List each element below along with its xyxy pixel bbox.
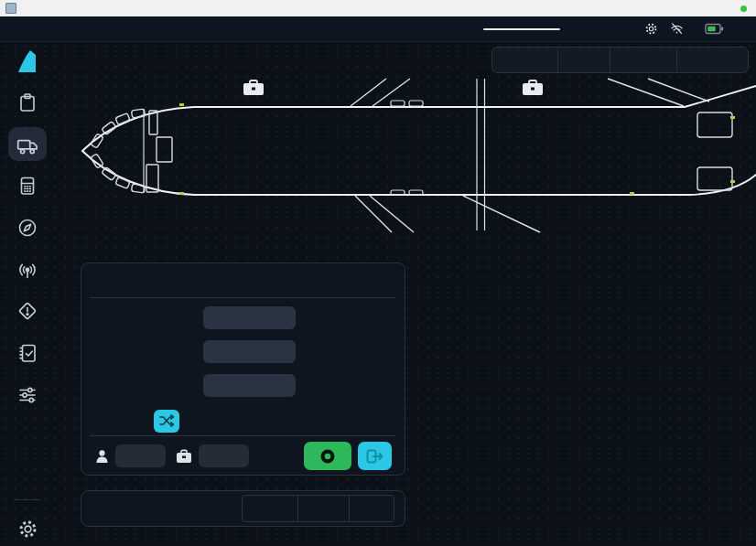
sliders-icon: [16, 384, 38, 406]
calculator-icon: [16, 175, 38, 197]
fwd-briefcase-icon: [243, 80, 264, 95]
swap-arrows-icon: [158, 414, 175, 427]
route-indicator: [475, 28, 568, 30]
boarding-option-real[interactable]: [349, 496, 394, 521]
aft-briefcase-icon: [523, 80, 543, 95]
sidebar-item-settings[interactable]: [8, 511, 47, 546]
confirm-load-button[interactable]: [304, 442, 351, 470]
sidebar-item-navigation[interactable]: [8, 210, 47, 245]
cockpit-windows: [91, 109, 146, 193]
pax-weight-input[interactable]: [115, 444, 166, 467]
fuselage-outline: [82, 86, 756, 195]
sidebar-item-performance[interactable]: [8, 168, 47, 203]
recording-indicator-icon: [740, 5, 747, 12]
window-titlebar: [0, 0, 756, 16]
cg-envelope-chart: [416, 236, 756, 538]
antenna-icon: [16, 259, 38, 281]
boarding-time-card: [81, 490, 405, 527]
bag-weight-input[interactable]: [199, 444, 249, 467]
gear-icon: [16, 518, 39, 541]
compass-icon: [16, 217, 38, 239]
zfw-row: [81, 373, 405, 397]
tab-payload[interactable]: [610, 48, 676, 72]
sidebar-item-comms[interactable]: [8, 252, 47, 287]
efb-app-window: { "window": {"title": "EFB", "controls":…: [0, 0, 756, 546]
passengers-planned-input[interactable]: [203, 306, 296, 329]
boarding-option-fast[interactable]: [297, 496, 349, 521]
cargo-planned-input[interactable]: [203, 340, 296, 363]
sidebar-nav: [0, 41, 55, 546]
ground-tabbar: [491, 47, 749, 73]
deboard-button[interactable]: [358, 442, 392, 470]
weights-footer: [81, 442, 405, 470]
cargo-row: [81, 339, 405, 363]
bag-icon: [176, 449, 192, 464]
galley-partitions: [144, 101, 732, 195]
status-bar: [0, 16, 756, 42]
boarding-option-instant[interactable]: [243, 496, 297, 521]
header-divider: [90, 297, 396, 298]
battery-icon: [705, 22, 725, 36]
ring-icon: [318, 449, 338, 464]
sidebar-item-ground[interactable]: [8, 127, 47, 162]
sidebar-divider: [14, 499, 41, 500]
zfw-planned-input[interactable]: [203, 374, 296, 397]
sidebar-item-settings-panel[interactable]: [8, 378, 47, 412]
truck-icon: [16, 133, 39, 156]
boarding-speed-control: [242, 495, 394, 522]
door-status-ticks: [179, 103, 735, 195]
route-line: [483, 28, 560, 30]
checklist-icon: [16, 342, 38, 364]
clipboard-icon: [16, 91, 38, 113]
warning-diamond-icon: [16, 300, 38, 322]
aircraft-seat-map: [0, 73, 756, 233]
load-table-card: [81, 262, 405, 476]
sidebar-item-flightplan[interactable]: [8, 85, 47, 120]
selected-zone-highlight: [187, 102, 317, 213]
tab-services[interactable]: [492, 48, 557, 72]
sidebar-item-alerts[interactable]: [8, 294, 47, 328]
footer-divider: [90, 435, 396, 436]
passengers-row: [81, 305, 405, 329]
app-icon: [5, 3, 16, 14]
settings-gear-icon[interactable]: [643, 21, 659, 37]
zfwcg-swap-button[interactable]: [154, 410, 179, 433]
sidebar-item-checklist[interactable]: [8, 336, 47, 370]
passenger-icon: [95, 449, 109, 464]
tab-pushback[interactable]: [676, 48, 748, 72]
tab-fuel[interactable]: [557, 48, 610, 72]
wifi-off-icon[interactable]: [669, 21, 685, 37]
app-logo: [16, 48, 39, 78]
exit-door-icon: [366, 449, 384, 464]
zfwcg-row: [81, 409, 405, 433]
